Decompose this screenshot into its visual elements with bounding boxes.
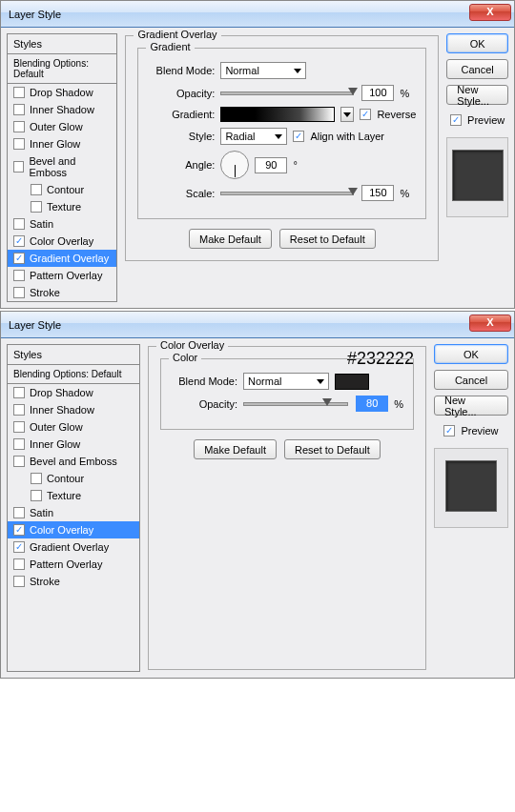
style-select[interactable]: Radial	[220, 128, 287, 145]
style-checkbox[interactable]	[13, 421, 25, 433]
style-item-inner-glow[interactable]: Inner Glow	[8, 436, 139, 453]
blendmode-select[interactable]: Normal	[220, 62, 306, 79]
style-checkbox[interactable]: ✓	[13, 253, 25, 264]
style-item-satin[interactable]: Satin	[8, 215, 116, 233]
style-item-outer-glow[interactable]: Outer Glow	[8, 418, 139, 436]
style-checkbox[interactable]	[13, 387, 25, 398]
style-label: Stroke	[30, 287, 60, 298]
style-item-drop-shadow[interactable]: Drop Shadow	[8, 84, 116, 101]
style-checkbox[interactable]	[31, 184, 42, 195]
style-item-inner-shadow[interactable]: Inner Shadow	[8, 401, 139, 418]
style-checkbox[interactable]	[31, 201, 42, 213]
angle-value[interactable]: 90	[255, 157, 287, 173]
style-checkbox[interactable]	[31, 473, 42, 484]
make-default-button[interactable]: Make Default	[194, 439, 277, 459]
reset-default-button[interactable]: Reset to Default	[279, 229, 376, 249]
gradient-overlay-group: Gradient Overlay Gradient Blend Mode: No…	[125, 35, 439, 261]
dialog-title: Layer Style	[9, 9, 61, 20]
cancel-button[interactable]: Cancel	[434, 370, 508, 390]
caret-down-icon	[275, 134, 282, 139]
blending-options[interactable]: Blending Options: Default	[8, 365, 139, 384]
reset-default-button[interactable]: Reset to Default	[284, 439, 381, 459]
blending-options[interactable]: Blending Options: Default	[8, 54, 116, 84]
opacity-value[interactable]: 80	[356, 396, 388, 412]
align-checkbox[interactable]: ✓	[293, 131, 304, 142]
style-checkbox[interactable]	[13, 404, 25, 416]
style-checkbox[interactable]	[31, 490, 42, 501]
blendmode-select[interactable]: Normal	[243, 373, 329, 390]
style-checkbox[interactable]	[13, 161, 24, 173]
cancel-button[interactable]: Cancel	[446, 59, 508, 79]
style-item-gradient-overlay[interactable]: ✓ Gradient Overlay	[8, 538, 139, 556]
style-item-bevel-and-emboss[interactable]: Bevel and Emboss	[8, 152, 116, 181]
style-checkbox[interactable]	[13, 558, 25, 570]
group-legend: Color Overlay	[156, 339, 228, 351]
close-button[interactable]: X	[469, 315, 511, 332]
style-item-texture[interactable]: Texture	[8, 198, 116, 215]
style-checkbox[interactable]: ✓	[13, 524, 25, 536]
new-style-button[interactable]: New Style...	[434, 396, 508, 416]
style-item-bevel-and-emboss[interactable]: Bevel and Emboss	[8, 453, 139, 470]
titlebar[interactable]: Layer Style X	[1, 312, 514, 338]
style-checkbox[interactable]	[13, 507, 25, 518]
styles-list: Styles Blending Options: Default Drop Sh…	[7, 33, 117, 302]
style-item-outer-glow[interactable]: Outer Glow	[8, 118, 116, 135]
gradient-picker[interactable]	[220, 107, 335, 122]
style-checkbox[interactable]	[13, 218, 25, 230]
titlebar[interactable]: Layer Style X	[1, 1, 514, 28]
style-checkbox[interactable]: ✓	[13, 235, 25, 247]
style-item-pattern-overlay[interactable]: Pattern Overlay	[8, 267, 116, 284]
style-label: Drop Shadow	[30, 387, 93, 398]
opacity-slider[interactable]	[243, 402, 348, 406]
styles-header[interactable]: Styles	[8, 345, 139, 365]
style-checkbox[interactable]	[13, 456, 25, 467]
style-item-stroke[interactable]: Stroke	[8, 284, 116, 301]
style-item-texture[interactable]: Texture	[8, 487, 139, 504]
style-checkbox[interactable]	[13, 438, 25, 450]
style-item-color-overlay[interactable]: ✓ Color Overlay	[8, 233, 116, 250]
new-style-button[interactable]: New Style...	[446, 85, 508, 105]
style-item-contour[interactable]: Contour	[8, 181, 116, 198]
gradient-dropdown[interactable]	[340, 107, 354, 122]
style-checkbox[interactable]	[13, 287, 25, 298]
opacity-slider[interactable]	[220, 91, 354, 95]
opacity-value[interactable]: 100	[361, 85, 394, 101]
styles-header[interactable]: Styles	[8, 34, 116, 54]
ok-button[interactable]: OK	[446, 33, 508, 53]
style-item-contour[interactable]: Contour	[8, 470, 139, 487]
style-checkbox[interactable]: ✓	[13, 541, 25, 553]
style-label: Pattern Overlay	[30, 558, 102, 570]
style-checkbox[interactable]	[13, 104, 25, 115]
style-label: Inner Glow	[30, 438, 80, 450]
reverse-label: Reverse	[377, 109, 416, 120]
preview-checkbox[interactable]: ✓	[450, 114, 462, 126]
style-item-satin[interactable]: Satin	[8, 504, 139, 521]
style-item-stroke[interactable]: Stroke	[8, 573, 139, 590]
ok-button[interactable]: OK	[434, 344, 508, 364]
reverse-checkbox[interactable]: ✓	[360, 109, 371, 120]
style-checkbox[interactable]	[13, 87, 25, 98]
style-checkbox[interactable]	[13, 270, 25, 281]
make-default-button[interactable]: Make Default	[189, 229, 272, 249]
scale-slider[interactable]	[220, 192, 354, 195]
style-item-gradient-overlay[interactable]: ✓ Gradient Overlay	[8, 250, 116, 267]
style-label: Stroke	[30, 576, 60, 587]
style-label: Inner Shadow	[30, 104, 94, 115]
angle-dial[interactable]	[220, 151, 249, 179]
style-item-color-overlay[interactable]: ✓ Color Overlay	[8, 521, 139, 538]
style-checkbox[interactable]	[13, 576, 25, 587]
styles-list: Styles Blending Options: Default Drop Sh…	[7, 344, 140, 672]
color-swatch[interactable]	[335, 374, 369, 390]
style-item-drop-shadow[interactable]: Drop Shadow	[8, 384, 139, 401]
style-item-inner-glow[interactable]: Inner Glow	[8, 135, 116, 152]
layer-style-dialog: Layer Style X Styles Blending Options: D…	[0, 0, 515, 309]
style-label: Satin	[30, 507, 53, 518]
close-button[interactable]: X	[469, 4, 511, 21]
scale-value[interactable]: 150	[361, 185, 394, 201]
style-checkbox[interactable]	[13, 138, 25, 150]
preview-checkbox[interactable]: ✓	[443, 425, 455, 436]
style-checkbox[interactable]	[13, 121, 25, 132]
style-item-inner-shadow[interactable]: Inner Shadow	[8, 101, 116, 118]
caret-down-icon	[343, 112, 351, 117]
style-item-pattern-overlay[interactable]: Pattern Overlay	[8, 556, 139, 573]
